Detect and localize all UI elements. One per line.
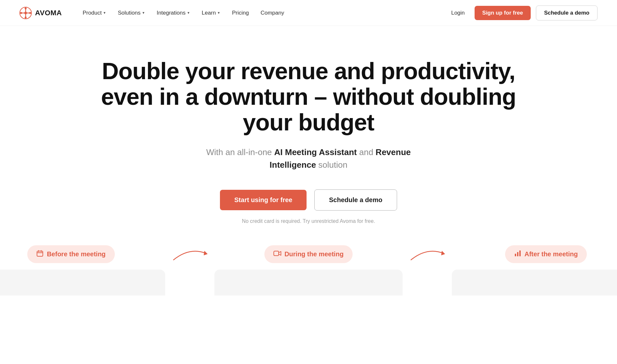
svg-point-3 — [24, 12, 27, 14]
tab-before-label: Before the meeting — [47, 250, 105, 258]
calendar-icon — [36, 250, 43, 259]
logo-text: AVOMA — [35, 9, 62, 17]
svg-point-6 — [20, 12, 22, 14]
hero-note: No credit card is required. Try unrestri… — [242, 218, 375, 224]
nav-item-pricing[interactable]: Pricing — [227, 7, 253, 19]
tab-after-card — [452, 270, 617, 296]
tab-before-pill[interactable]: Before the meeting — [27, 245, 115, 263]
svg-rect-16 — [517, 252, 518, 256]
tab-during-card — [214, 270, 403, 296]
arrow-connector-2 — [403, 244, 452, 296]
schedule-demo-nav-button[interactable]: Schedule a demo — [536, 6, 598, 20]
hero-subtitle-suffix: solution — [316, 160, 347, 170]
video-icon — [273, 250, 281, 259]
start-free-button[interactable]: Start using for free — [220, 190, 307, 210]
bottom-tabs: Before the meeting During the meeting — [0, 224, 617, 296]
login-button[interactable]: Login — [447, 7, 469, 19]
svg-point-4 — [25, 7, 27, 9]
hero-subtitle-prefix: With an all-in-one — [206, 147, 274, 157]
logo[interactable]: AVOMA — [19, 7, 62, 19]
avoma-logo-icon — [19, 7, 32, 19]
tab-after-label: After the meeting — [525, 250, 578, 258]
chevron-down-icon: ▼ — [217, 11, 220, 15]
chevron-down-icon: ▼ — [187, 11, 190, 15]
nav-item-product[interactable]: Product ▼ — [78, 7, 111, 19]
svg-rect-8 — [37, 251, 43, 256]
navbar: AVOMA Product ▼ Solutions ▼ Integrations… — [0, 0, 617, 26]
svg-rect-13 — [274, 251, 279, 256]
chart-icon — [514, 250, 521, 259]
nav-item-integrations[interactable]: Integrations ▼ — [152, 7, 195, 19]
schedule-demo-hero-button[interactable]: Schedule a demo — [314, 189, 397, 211]
nav-right: Login Sign up for free Schedule a demo — [447, 6, 598, 20]
tab-after-pill[interactable]: After the meeting — [505, 245, 587, 263]
arrow-icon-1 — [170, 244, 209, 263]
nav-item-solutions[interactable]: Solutions ▼ — [113, 7, 150, 19]
chevron-down-icon: ▼ — [103, 11, 106, 15]
hero-buttons: Start using for free Schedule a demo — [220, 189, 397, 211]
tab-section-after: After the meeting — [452, 245, 617, 296]
tab-during-label: During the meeting — [284, 250, 344, 258]
hero-subtitle-highlight1: AI Meeting Assistant — [274, 147, 357, 157]
chevron-down-icon: ▼ — [142, 11, 145, 15]
hero-subtitle: With an all-in-one AI Meeting Assistant … — [195, 146, 422, 171]
hero-title: Double your revenue and productivity, ev… — [98, 58, 519, 136]
signup-button[interactable]: Sign up for free — [475, 6, 531, 20]
svg-marker-12 — [204, 251, 208, 255]
tab-section-during: During the meeting — [214, 245, 403, 296]
arrow-icon-2 — [408, 244, 447, 263]
arrow-connector-1 — [165, 244, 214, 296]
svg-point-5 — [25, 17, 27, 18]
hero-subtitle-middle: and — [357, 147, 376, 157]
nav-item-learn[interactable]: Learn ▼ — [197, 7, 225, 19]
hero-section: Double your revenue and productivity, ev… — [0, 26, 617, 322]
svg-marker-14 — [441, 251, 445, 255]
svg-rect-17 — [519, 250, 521, 256]
svg-rect-15 — [515, 254, 516, 256]
nav-item-company[interactable]: Company — [256, 7, 289, 19]
tab-during-pill[interactable]: During the meeting — [264, 245, 353, 263]
tab-section-before: Before the meeting — [0, 245, 165, 296]
nav-links: Product ▼ Solutions ▼ Integrations ▼ Lea… — [78, 7, 447, 19]
tab-before-card — [0, 270, 165, 296]
svg-point-7 — [29, 12, 31, 14]
